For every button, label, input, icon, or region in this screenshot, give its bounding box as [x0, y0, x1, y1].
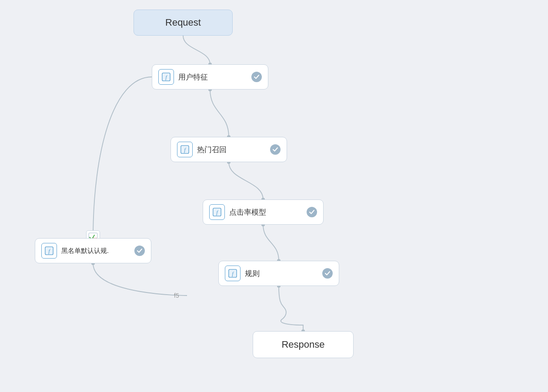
func-icon-dianjilvmoxing: f: [209, 204, 225, 220]
heimingdan-check: [134, 246, 145, 256]
request-node[interactable]: Request: [134, 10, 233, 36]
yonghutezhen-check: [251, 72, 262, 82]
heimingdan-label: 黑名单默认认规.: [61, 247, 130, 255]
dianjilvmoxing-check: [307, 207, 317, 217]
guize-check: [322, 268, 333, 279]
response-node[interactable]: Response: [253, 331, 354, 358]
yonghutezhen-label: 用户特征: [178, 72, 247, 82]
func-icon-yonghutezhen: f: [158, 69, 174, 85]
request-label: Request: [165, 17, 201, 28]
guize-node[interactable]: f 规则: [218, 261, 339, 286]
f5-label: f5: [174, 292, 179, 299]
func-icon-guize: f: [225, 266, 241, 281]
yonghutezhen-node[interactable]: f 用户特征: [152, 64, 268, 90]
dianjilvmoxing-label: 点击率模型: [229, 207, 302, 217]
guize-label: 规则: [245, 269, 318, 279]
heimingdan-node[interactable]: f 黑名单默认认规.: [35, 238, 151, 263]
remenzhaohui-node[interactable]: f 热门召回: [170, 137, 287, 162]
remenzhaohui-check: [270, 144, 281, 155]
func-icon-remenzhaohui: f: [177, 142, 193, 157]
dianjilvmoxing-node[interactable]: f 点击率模型: [203, 199, 324, 225]
response-label: Response: [281, 339, 324, 350]
func-icon-heimingdan: f: [41, 243, 57, 259]
remenzhaohui-label: 热门召回: [197, 145, 266, 155]
canvas: Request f 用户特征 f 热门召回: [0, 0, 548, 392]
